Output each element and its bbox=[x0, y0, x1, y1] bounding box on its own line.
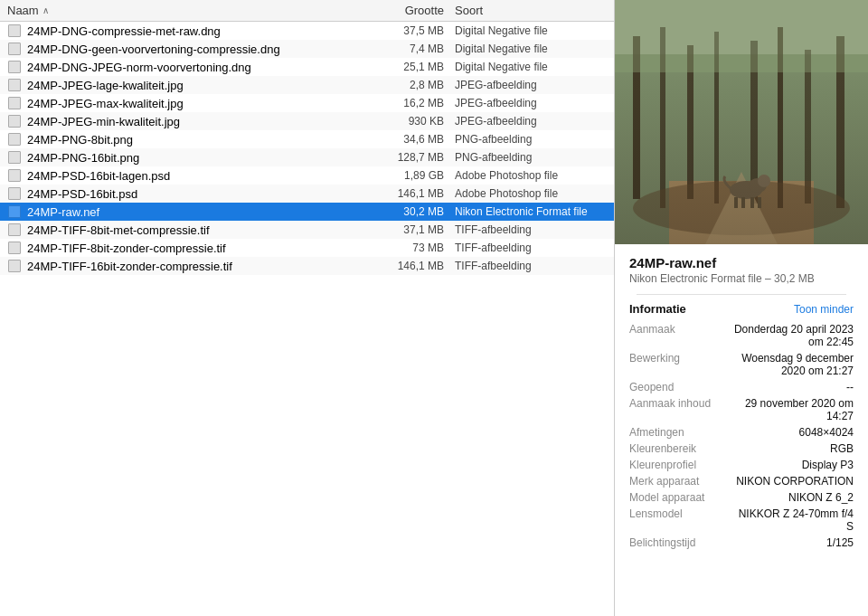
info-row-value: Donderdag 20 april 2023 om 22:45 bbox=[729, 321, 854, 350]
col-name-label: Naam bbox=[7, 4, 39, 17]
col-type-header[interactable]: Soort bbox=[444, 4, 607, 17]
table-row[interactable]: 24MP-TIFF-8bit-met-compressie.tif37,1 MB… bbox=[0, 221, 614, 239]
svg-rect-0 bbox=[615, 0, 868, 244]
detail-panel: 24MP-raw.nef Nikon Electronic Format fil… bbox=[615, 0, 868, 616]
col-size-header[interactable]: Grootte bbox=[354, 4, 444, 17]
file-icon-img bbox=[8, 97, 21, 109]
info-row: Merk apparaatNIKON CORPORATION bbox=[629, 473, 854, 489]
file-icon bbox=[7, 96, 22, 110]
file-icon bbox=[7, 223, 22, 237]
file-size: 930 KB bbox=[354, 115, 444, 128]
info-row: Geopend-- bbox=[629, 379, 854, 395]
file-type: Digital Negative file bbox=[444, 61, 607, 73]
info-row-value: 29 november 2020 om 14:27 bbox=[729, 395, 854, 424]
col-name-header[interactable]: Naam ∧ bbox=[7, 4, 354, 17]
file-size: 34,6 MB bbox=[354, 133, 444, 146]
table-row[interactable]: 24MP-TIFF-8bit-zonder-compressie.tif73 M… bbox=[0, 239, 614, 257]
file-size: 73 MB bbox=[354, 242, 444, 254]
file-icon-img bbox=[8, 24, 21, 37]
table-row[interactable]: 24MP-PNG-8bit.png34,6 MBPNG-afbeelding bbox=[0, 130, 614, 148]
info-row: Aanmaak inhoud29 november 2020 om 14:27 bbox=[629, 395, 854, 424]
file-icon bbox=[7, 132, 22, 147]
svg-point-16 bbox=[758, 175, 770, 187]
table-row[interactable]: 24MP-DNG-JPEG-norm-voorvertoning.dng25,1… bbox=[0, 58, 614, 76]
file-size: 37,1 MB bbox=[354, 223, 444, 236]
file-icon-img bbox=[8, 223, 21, 236]
file-size: 128,7 MB bbox=[354, 151, 444, 164]
table-row[interactable]: 24MP-PSD-16bit-lagen.psd1,89 GBAdobe Pho… bbox=[0, 166, 614, 185]
info-row-label: Belichtingstijd bbox=[629, 535, 729, 551]
file-icon-img bbox=[8, 79, 21, 91]
file-size: 146,1 MB bbox=[354, 187, 444, 200]
file-type: JPEG-afbeelding bbox=[444, 115, 607, 128]
table-row[interactable]: 24MP-JPEG-lage-kwaliteit.jpg2,8 MBJPEG-a… bbox=[0, 76, 614, 94]
svg-rect-4 bbox=[633, 36, 640, 199]
svg-rect-1 bbox=[615, 54, 868, 244]
file-icon bbox=[7, 259, 22, 273]
file-type: JPEG-afbeelding bbox=[444, 79, 607, 91]
file-icon-img bbox=[8, 115, 21, 128]
preview-image-area bbox=[615, 0, 868, 244]
file-type: Adobe Photoshop file bbox=[444, 187, 607, 200]
file-type: Nikon Electronic Format file bbox=[444, 205, 607, 218]
file-type: TIFF-afbeelding bbox=[444, 223, 607, 236]
file-icon-img bbox=[8, 187, 21, 200]
file-name: 24MP-PSD-16bit-lagen.psd bbox=[27, 169, 354, 183]
file-size: 146,1 MB bbox=[354, 260, 444, 272]
info-row: KleurenprofielDisplay P3 bbox=[629, 457, 854, 473]
info-row-value: 6048×4024 bbox=[729, 424, 854, 441]
svg-rect-17 bbox=[734, 197, 738, 208]
file-name: 24MP-TIFF-16bit-zonder-compressie.tif bbox=[27, 260, 354, 273]
file-icon bbox=[7, 150, 22, 165]
sort-arrow[interactable]: ∧ bbox=[42, 5, 49, 15]
info-section: 24MP-raw.nef Nikon Electronic Format fil… bbox=[615, 244, 868, 616]
file-icon bbox=[7, 42, 22, 56]
table-row[interactable]: 24MP-JPEG-max-kwaliteit.jpg16,2 MBJPEG-a… bbox=[0, 94, 614, 112]
info-row-label: Kleurenbereik bbox=[629, 441, 729, 457]
svg-rect-21 bbox=[615, 0, 868, 72]
svg-point-2 bbox=[669, 208, 814, 244]
file-name: 24MP-PNG-16bit.png bbox=[27, 151, 354, 165]
info-row-label: Aanmaak bbox=[629, 321, 729, 350]
table-row[interactable]: 24MP-DNG-geen-voorvertoning-compressie.d… bbox=[0, 40, 614, 58]
file-size: 16,2 MB bbox=[354, 97, 444, 109]
file-name: 24MP-TIFF-8bit-met-compressie.tif bbox=[27, 223, 354, 237]
toon-minder-link[interactable]: Toon minder bbox=[794, 303, 854, 316]
table-row[interactable]: 24MP-JPEG-min-kwaliteit.jpg930 KBJPEG-af… bbox=[0, 112, 614, 130]
file-icon-img bbox=[8, 43, 21, 55]
info-row-label: Model apparaat bbox=[629, 489, 729, 506]
preview-svg bbox=[615, 0, 868, 244]
svg-rect-18 bbox=[741, 197, 745, 208]
info-row-label: Geopend bbox=[629, 379, 729, 395]
svg-rect-5 bbox=[660, 27, 665, 208]
table-row[interactable]: 24MP-DNG-compressie-met-raw.dng37,5 MBDi… bbox=[0, 22, 614, 40]
file-name: 24MP-DNG-JPEG-norm-voorvertoning.dng bbox=[27, 61, 354, 74]
file-size: 7,4 MB bbox=[354, 43, 444, 55]
file-type: JPEG-afbeelding bbox=[444, 97, 607, 109]
file-name: 24MP-PSD-16bit.psd bbox=[27, 187, 354, 201]
file-icon bbox=[7, 186, 22, 201]
svg-point-15 bbox=[749, 178, 767, 193]
file-icon-img bbox=[8, 260, 21, 272]
file-icon-img bbox=[8, 169, 21, 182]
info-row: BewerkingWoensdag 9 december 2020 om 21:… bbox=[629, 350, 854, 379]
file-icon bbox=[7, 168, 22, 183]
info-row: Afmetingen6048×4024 bbox=[629, 424, 854, 441]
info-row-label: Bewerking bbox=[629, 350, 729, 379]
file-icon bbox=[7, 24, 22, 38]
table-row[interactable]: 24MP-PSD-16bit.psd146,1 MBAdobe Photosho… bbox=[0, 185, 614, 203]
table-row[interactable]: 24MP-raw.nef30,2 MBNikon Electronic Form… bbox=[0, 203, 614, 221]
table-row[interactable]: 24MP-PNG-16bit.png128,7 MBPNG-afbeelding bbox=[0, 148, 614, 166]
info-row: AanmaakDonderdag 20 april 2023 om 22:45 bbox=[629, 321, 854, 350]
info-row-value: RGB bbox=[729, 441, 854, 457]
file-size: 37,5 MB bbox=[354, 24, 444, 37]
file-name: 24MP-JPEG-lage-kwaliteit.jpg bbox=[27, 79, 354, 92]
file-type: TIFF-afbeelding bbox=[444, 260, 607, 272]
svg-rect-10 bbox=[805, 50, 811, 204]
info-row-label: Lensmodel bbox=[629, 506, 729, 535]
info-row: LensmodelNIKKOR Z 24-70mm f/4 S bbox=[629, 506, 854, 535]
table-row[interactable]: 24MP-TIFF-16bit-zonder-compressie.tif146… bbox=[0, 257, 614, 275]
info-row: Belichtingstijd1/125 bbox=[629, 535, 854, 551]
file-name: 24MP-TIFF-8bit-zonder-compressie.tif bbox=[27, 242, 354, 255]
svg-rect-20 bbox=[758, 197, 761, 208]
